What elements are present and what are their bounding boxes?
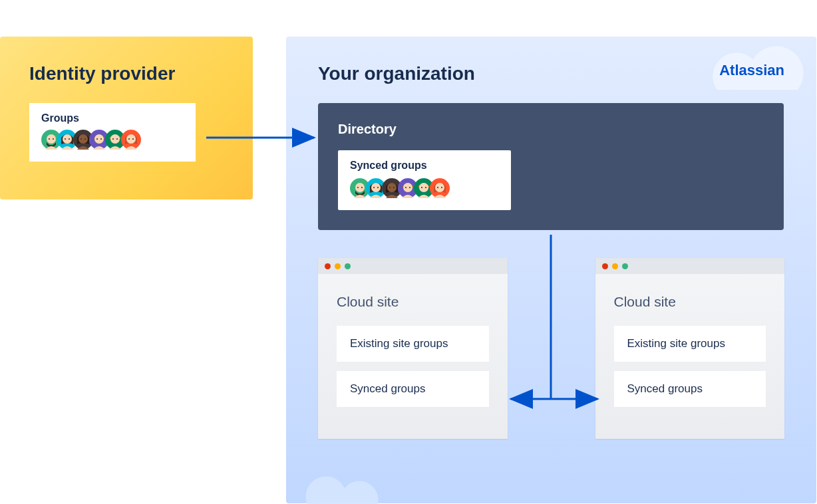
directory-avatar-row: [350, 178, 499, 198]
window-titlebar: [318, 258, 508, 274]
svg-point-29: [371, 183, 381, 192]
existing-groups-box: Existing site groups: [337, 326, 489, 362]
svg-point-19: [116, 138, 118, 140]
svg-point-45: [435, 183, 444, 192]
svg-point-6: [65, 138, 66, 140]
window-titlebar: [595, 258, 785, 274]
svg-point-14: [96, 138, 98, 140]
synced-groups-box: Synced groups: [614, 371, 766, 407]
svg-point-42: [421, 187, 422, 188]
svg-point-33: [387, 183, 397, 192]
directory-title: Directory: [338, 122, 764, 137]
idp-groups-label: Groups: [41, 112, 184, 124]
existing-groups-box: Existing site groups: [614, 326, 766, 362]
svg-point-2: [49, 138, 50, 140]
synced-groups-box: Synced groups: [337, 371, 489, 407]
svg-point-41: [419, 183, 428, 192]
user-avatar-icon: [430, 178, 450, 198]
window-dot-max-icon: [622, 263, 628, 269]
svg-point-46: [437, 187, 438, 188]
organization-panel: Your organization Atlassian Directory Sy…: [286, 37, 816, 503]
identity-provider-panel: Identity provider Groups: [0, 37, 253, 199]
svg-point-9: [79, 134, 88, 144]
cloud-site-window: Cloud site Existing site groups Synced g…: [318, 258, 508, 439]
svg-point-15: [100, 138, 102, 140]
directory-synced-card: Synced groups: [338, 150, 511, 210]
window-dot-close-icon: [602, 263, 608, 269]
svg-point-38: [405, 187, 407, 188]
cloud-site-title: Cloud site: [337, 294, 489, 310]
svg-point-23: [132, 138, 134, 140]
svg-point-13: [94, 134, 104, 144]
svg-point-31: [377, 187, 379, 188]
cloud-sites-row: Cloud site Existing site groups Synced g…: [318, 258, 784, 439]
cloud-site-window: Cloud site Existing site groups Synced g…: [595, 258, 785, 439]
svg-point-39: [409, 187, 410, 188]
svg-point-30: [373, 187, 375, 188]
svg-point-3: [53, 138, 54, 140]
directory-synced-label: Synced groups: [350, 160, 499, 172]
window-dot-max-icon: [345, 263, 351, 269]
svg-point-34: [389, 187, 391, 188]
idp-avatar-row: [41, 130, 184, 150]
svg-point-1: [47, 134, 56, 144]
idp-groups-card: Groups: [29, 103, 196, 162]
svg-point-25: [355, 183, 365, 192]
window-dot-min-icon: [335, 263, 341, 269]
svg-point-21: [126, 134, 136, 144]
svg-point-26: [357, 187, 359, 188]
svg-point-10: [81, 138, 82, 140]
window-dot-close-icon: [325, 263, 331, 269]
user-avatar-icon: [121, 130, 141, 150]
svg-point-11: [84, 138, 86, 140]
svg-point-5: [63, 134, 72, 144]
svg-point-17: [110, 134, 120, 144]
svg-point-22: [128, 138, 130, 140]
cloud-site-title: Cloud site: [614, 294, 766, 310]
svg-point-35: [393, 187, 395, 188]
svg-point-47: [441, 187, 442, 188]
identity-provider-title: Identity provider: [29, 63, 224, 84]
window-dot-min-icon: [612, 263, 618, 269]
svg-point-18: [112, 138, 114, 140]
svg-point-37: [403, 183, 412, 192]
directory-block: Directory Synced groups: [318, 103, 784, 230]
svg-point-43: [425, 187, 426, 188]
cloud-decoration: [299, 470, 399, 504]
svg-point-7: [69, 138, 70, 140]
svg-point-27: [361, 187, 363, 188]
brand-label: Atlassian: [719, 62, 784, 79]
